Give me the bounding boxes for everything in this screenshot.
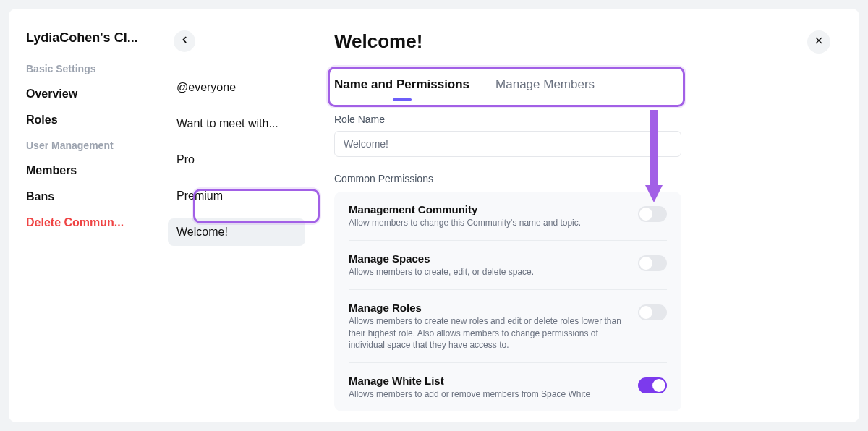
- perm-title: Manage Spaces: [349, 252, 625, 265]
- role-name-input[interactable]: [334, 131, 681, 157]
- main-panel: Welcome! Name and Permissions Manage Mem…: [320, 9, 859, 422]
- perm-title: Management Community: [349, 203, 625, 216]
- role-name-label: Role Name: [334, 114, 830, 125]
- community-title: LydiaCohen's Cl...: [26, 30, 156, 46]
- perm-row-manage-roles: Manage Roles Allows members to create ne…: [349, 290, 667, 363]
- sidebar-item-overview[interactable]: Overview: [26, 88, 168, 101]
- perm-desc: Allows members to create new roles and e…: [349, 315, 625, 351]
- perm-toggle-manage-roles[interactable]: [638, 304, 667, 320]
- role-item-everyone[interactable]: @everyone: [168, 74, 305, 101]
- perm-desc: Allows members to add or remove members …: [349, 388, 625, 400]
- tab-name-permissions[interactable]: Name and Permissions: [334, 77, 469, 92]
- perm-toggle-manage-spaces[interactable]: [638, 255, 667, 271]
- perm-toggle-management-community[interactable]: [638, 206, 667, 222]
- role-item-pro[interactable]: Pro: [168, 146, 305, 174]
- chevron-left-icon: [179, 35, 190, 48]
- sidebar-item-bans[interactable]: Bans: [26, 190, 168, 203]
- perm-title: Manage Roles: [349, 302, 625, 314]
- common-permissions-label: Common Permissions: [334, 173, 830, 184]
- perm-title: Manage White List: [349, 375, 625, 387]
- permissions-panel: Management Community Allow members to ch…: [334, 192, 681, 411]
- sidebar: LydiaCohen's Cl... Basic Settings Overvi…: [9, 9, 168, 422]
- close-icon: [814, 35, 824, 48]
- sidebar-section-basic: Basic Settings: [26, 63, 168, 74]
- sidebar-item-members[interactable]: Members: [26, 164, 168, 177]
- role-item-want-to-meet[interactable]: Want to meet with...: [168, 110, 305, 137]
- close-button[interactable]: [807, 30, 830, 54]
- sidebar-section-usermgmt: User Management: [26, 140, 168, 151]
- perm-toggle-manage-white-list[interactable]: [638, 377, 667, 393]
- perm-row-management-community: Management Community Allow members to ch…: [349, 192, 667, 241]
- back-button[interactable]: [174, 30, 195, 52]
- perm-desc: Allow members to change this Community's…: [349, 217, 625, 229]
- role-item-welcome[interactable]: Welcome!: [168, 218, 305, 246]
- sidebar-item-delete-community[interactable]: Delete Commun...: [26, 216, 149, 229]
- page-title: Welcome!: [334, 30, 830, 53]
- perm-row-manage-white-list: Manage White List Allows members to add …: [349, 363, 667, 411]
- perm-desc: Allows members to create, edit, or delet…: [349, 266, 625, 278]
- sidebar-item-roles[interactable]: Roles: [26, 114, 168, 127]
- tab-manage-members[interactable]: Manage Members: [495, 77, 595, 92]
- role-item-premium[interactable]: Premium: [168, 182, 305, 210]
- perm-row-manage-spaces: Manage Spaces Allows members to create, …: [349, 241, 667, 290]
- roles-column: @everyone Want to meet with... Pro Premi…: [168, 9, 320, 422]
- tabs-row: Name and Permissions Manage Members: [334, 67, 830, 102]
